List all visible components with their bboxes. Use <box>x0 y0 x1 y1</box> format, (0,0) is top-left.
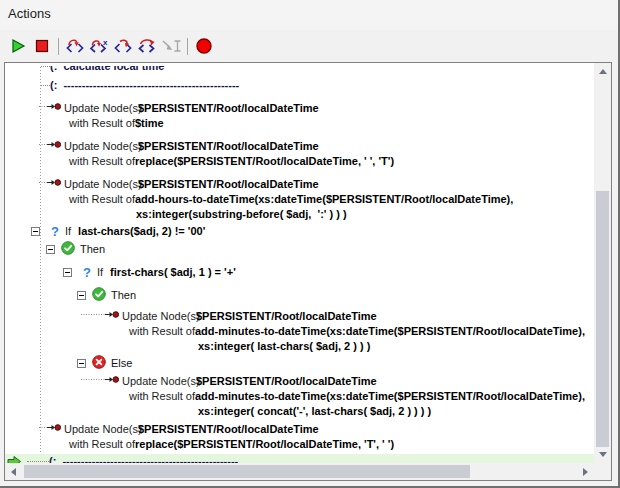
update-node-icon <box>39 177 61 192</box>
with-result-of-label: with Result of <box>129 324 195 339</box>
record-icon <box>194 37 214 55</box>
scroll-left-button[interactable] <box>5 463 22 480</box>
result-expression: add-hours-to-dateTime(xs:dateTime($PERSI… <box>135 192 513 207</box>
with-result-of-label: with Result of <box>129 389 195 404</box>
scroll-right-button[interactable] <box>577 463 594 480</box>
expand-collapse-toggle[interactable] <box>77 359 86 368</box>
result-expression: replace($PERSISTENT/Root/localDateTime, … <box>135 437 394 452</box>
update-node-action-row[interactable]: Update Node(s)$PERSISTENT/Root/localDate… <box>5 177 594 192</box>
if-condition-row[interactable]: ?Iffirst-chars( $adj, 1 ) = '+' <box>5 265 594 280</box>
update-node-action-row[interactable]: Update Node(s)$PERSISTENT/Root/localDate… <box>5 309 594 324</box>
toggle-breakpoint-button[interactable] <box>192 35 216 57</box>
expand-collapse-toggle[interactable] <box>31 227 40 236</box>
update-node-label: Update Node(s) <box>122 374 196 389</box>
target-node-path: $PERSISTENT/Root/localDateTime <box>196 374 377 389</box>
step-out-icon <box>112 37 134 55</box>
expand-collapse-toggle[interactable] <box>77 291 86 300</box>
then-label: Then <box>80 242 105 257</box>
result-expression-continued: xs:integer( concat('-', last-chars( $adj… <box>198 404 431 419</box>
update-node-action-row[interactable]: Update Node(s)$PERSISTENT/Root/localDate… <box>5 139 594 154</box>
condition-expression: first-chars( $adj, 1 ) = '+' <box>110 265 236 280</box>
expand-collapse-toggle[interactable] <box>46 245 55 254</box>
run-to-cursor-button <box>159 35 183 57</box>
toolbar-separator <box>187 38 188 55</box>
comment-text: (: -------------------------------------… <box>50 78 239 93</box>
result-expression-continued: xs:integer(substring-before( $adj, ':' )… <box>136 207 347 222</box>
with-result-of-label: with Result of <box>69 154 135 169</box>
scroll-up-button[interactable] <box>594 63 611 80</box>
run-to-cursor-icon <box>160 37 182 55</box>
step-into-icon <box>64 37 86 55</box>
then-label: Then <box>111 288 136 303</box>
toolbar-separator <box>58 38 59 55</box>
condition-expression: last-chars($adj, 2) != '00' <box>78 224 205 239</box>
with-result-of-row[interactable]: with Result ofreplace($PERSISTENT/Root/l… <box>5 437 594 452</box>
target-node-path: $PERSISTENT/Root/localDateTime <box>196 309 377 324</box>
triangle-down-icon <box>599 452 607 457</box>
result-expression: add-minutes-to-dateTime(xs:dateTime($PER… <box>195 324 585 339</box>
target-node-path: $PERSISTENT/Root/localDateTime <box>138 139 319 154</box>
run-button[interactable] <box>6 35 30 57</box>
scroll-down-button[interactable] <box>594 446 611 463</box>
update-node-icon <box>81 309 119 324</box>
with-result-of-row[interactable]: with Result of$time <box>5 116 594 131</box>
condition-question-icon: ? <box>51 224 59 239</box>
horizontal-scrollbar[interactable] <box>5 463 594 480</box>
scrollbar-corner <box>594 463 611 480</box>
then-branch-row[interactable]: Then <box>5 288 594 303</box>
tree-dotted-connector <box>27 461 49 462</box>
step-current-icon <box>136 37 158 55</box>
with-result-of-row[interactable]: with Result ofadd-minutes-to-dateTime(xs… <box>5 324 594 339</box>
update-node-action-row[interactable]: Update Node(s)$PERSISTENT/Root/localDate… <box>5 422 594 437</box>
triangle-up-icon <box>599 69 607 74</box>
if-condition-row[interactable]: ?Iflast-chars($adj, 2) != '00' <box>5 224 594 239</box>
update-node-action-row[interactable]: Update Node(s)$PERSISTENT/Root/localDate… <box>5 374 594 389</box>
else-branch-row[interactable]: Else <box>5 356 594 371</box>
step-current-button[interactable] <box>135 35 159 57</box>
expression-continuation-row[interactable]: xs:integer(substring-before( $adj, ':' )… <box>5 207 594 222</box>
update-node-action-row[interactable]: Update Node(s)$PERSISTENT/Root/localDate… <box>5 101 594 116</box>
actions-tree-panel: (: calculate local time(: --------------… <box>4 62 612 481</box>
expression-continuation-row[interactable]: xs:integer( concat('-', last-chars( $adj… <box>5 404 594 419</box>
horizontal-scrollbar-thumb[interactable] <box>24 465 470 478</box>
result-expression: replace($PERSISTENT/Root/localDateTime, … <box>135 154 394 169</box>
debug-toolbar: x <box>0 30 618 62</box>
update-node-label: Update Node(s) <box>64 139 138 154</box>
action-comment-row[interactable]: (: -------------------------------------… <box>5 78 594 93</box>
triangle-right-icon <box>583 468 588 476</box>
step-over-x-icon: x <box>88 37 110 55</box>
else-label: Else <box>111 356 132 371</box>
update-node-label: Update Node(s) <box>64 177 138 192</box>
expand-collapse-toggle[interactable] <box>63 268 72 277</box>
if-label: If <box>65 224 71 239</box>
vertical-scrollbar[interactable] <box>594 63 611 463</box>
update-node-label: Update Node(s) <box>64 101 138 116</box>
stop-button[interactable] <box>30 35 54 57</box>
with-result-of-row[interactable]: with Result ofadd-minutes-to-dateTime(xs… <box>5 389 594 404</box>
expression-continuation-row[interactable]: xs:integer( last-chars( $adj, 2 ) ) ) <box>5 339 594 354</box>
result-expression: add-minutes-to-dateTime(xs:dateTime($PER… <box>195 389 585 404</box>
step-into-button[interactable] <box>63 35 87 57</box>
comment-text: (: calculate local time <box>50 66 164 74</box>
update-node-icon <box>39 422 61 437</box>
with-result-of-row[interactable]: with Result ofreplace($PERSISTENT/Root/l… <box>5 154 594 169</box>
comment-text: (: -------------------------------------… <box>49 454 238 463</box>
then-check-icon <box>92 287 106 305</box>
then-check-icon <box>61 241 75 259</box>
else-cross-icon <box>92 355 106 373</box>
step-over-button[interactable]: x <box>87 35 111 57</box>
current-action-comment-row[interactable]: (: -------------------------------------… <box>5 454 594 463</box>
update-node-label: Update Node(s) <box>122 309 196 324</box>
stop-icon <box>32 37 52 55</box>
result-expression-continued: xs:integer( last-chars( $adj, 2 ) ) ) <box>198 339 370 354</box>
with-result-of-row[interactable]: with Result ofadd-hours-to-dateTime(xs:d… <box>5 192 594 207</box>
if-label: If <box>97 265 103 280</box>
action-comment-row[interactable]: (: calculate local time <box>5 66 594 74</box>
play-icon <box>8 37 28 55</box>
vertical-scrollbar-thumb[interactable] <box>596 191 609 447</box>
tree-dotted-connector <box>41 66 50 67</box>
actions-panel: Actions x (: calculate local time(: ----… <box>0 0 620 488</box>
then-branch-row[interactable]: Then <box>5 242 594 257</box>
step-out-button[interactable] <box>111 35 135 57</box>
update-node-label: Update Node(s) <box>64 422 138 437</box>
